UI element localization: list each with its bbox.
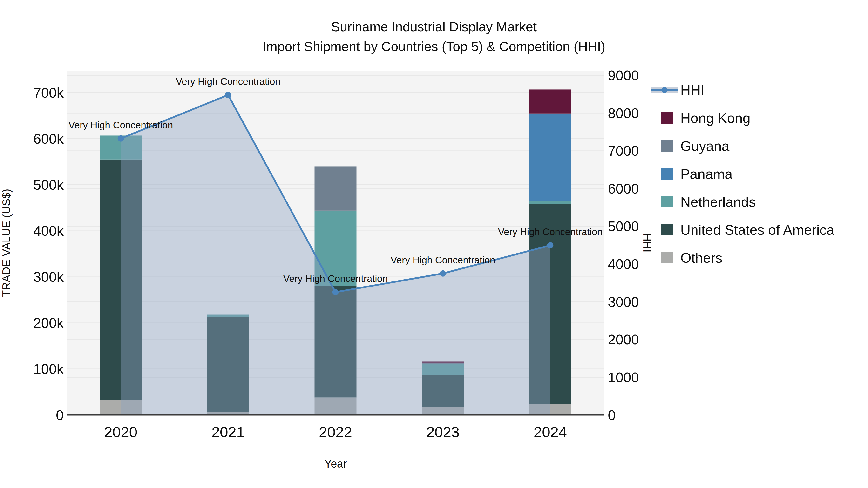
y-left-tick-600k: 600k (33, 131, 64, 147)
legend-label: Panama (680, 166, 733, 182)
hhi-marker-2021[interactable] (225, 92, 231, 98)
legend-item-panama[interactable]: Panama (661, 166, 733, 182)
legend-swatch-icon (661, 224, 673, 235)
y-left-tick-100k: 100k (33, 361, 64, 377)
legend-swatch-icon (661, 140, 673, 152)
legend-item-guyana[interactable]: Guyana (661, 138, 730, 154)
y-right-tick-1000: 1000 (608, 369, 639, 385)
annotation-2023: Very High Concentration (391, 255, 495, 265)
bar-segment-hong-kong-2024[interactable] (529, 89, 571, 113)
y-left-tick-0: 0 (56, 407, 64, 423)
x-tick-labels: 20202021202220232024 (104, 424, 567, 440)
x-tick-2023: 2023 (426, 424, 460, 440)
legend-label: Others (680, 250, 722, 266)
annotation-2024: Very High Concentration (498, 227, 603, 237)
legend-item-united-states-of-america[interactable]: United States of America (661, 222, 835, 238)
x-tick-2020: 2020 (104, 424, 137, 440)
y-right-tick-0: 0 (608, 407, 616, 423)
legend-item-hong-kong[interactable]: Hong Kong (661, 110, 750, 126)
legend-swatch-icon (661, 252, 673, 263)
legend-hhi-marker-icon (661, 87, 668, 93)
y-right-tick-4000: 4000 (608, 256, 639, 272)
y-right-tick-3000: 3000 (608, 294, 639, 310)
hhi-marker-2023[interactable] (440, 270, 446, 276)
legend-label: Hong Kong (680, 110, 750, 126)
legend-item-hhi[interactable]: HHI (651, 82, 705, 98)
legend-label: United States of America (680, 222, 835, 238)
y-right-tick-8000: 8000 (608, 105, 639, 121)
legend-item-netherlands[interactable]: Netherlands (661, 194, 756, 210)
legend: HHIHong KongGuyanaPanamaNetherlandsUnite… (651, 82, 835, 266)
legend-label: Guyana (680, 138, 730, 154)
bar-segment-panama-2024[interactable] (529, 113, 571, 201)
y-right-tick-7000: 7000 (608, 143, 639, 159)
chart-title-line1: Suriname Industrial Display Market (331, 19, 537, 34)
y-right-tick-2000: 2000 (608, 332, 639, 347)
hhi-marker-2020[interactable] (118, 135, 124, 142)
y-left-tick-500k: 500k (33, 177, 64, 193)
y-right-axis-title: HHI (641, 233, 653, 252)
legend-swatch-icon (661, 196, 673, 207)
legend-swatch-icon (661, 112, 673, 124)
legend-swatch-icon (661, 168, 673, 180)
y-left-tick-400k: 400k (33, 223, 64, 238)
chart-figure: Very High ConcentrationVery High Concent… (0, 0, 868, 488)
y-left-axis-title: TRADE VALUE (US$) (0, 189, 12, 297)
chart-title-line2: Import Shipment by Countries (Top 5) & C… (262, 39, 605, 54)
x-axis-title: Year (324, 457, 347, 470)
x-tick-2022: 2022 (319, 424, 352, 440)
annotation-2021: Very High Concentration (176, 76, 280, 87)
hhi-marker-2022[interactable] (333, 289, 339, 295)
hhi-marker-2024[interactable] (547, 242, 553, 249)
annotation-2020: Very High Concentration (68, 120, 173, 130)
legend-label: HHI (680, 82, 705, 98)
legend-label: Netherlands (680, 194, 756, 210)
annotation-2022: Very High Concentration (283, 273, 388, 284)
bar-segment-netherlands-2024[interactable] (529, 201, 571, 204)
y-left-tick-labels: 0100k200k300k400k500k600k700k (33, 85, 64, 423)
y-left-tick-300k: 300k (33, 269, 64, 285)
y-right-tick-labels: 0100020003000400050006000700080009000 (608, 67, 639, 423)
legend-item-others[interactable]: Others (661, 250, 722, 266)
x-tick-2021: 2021 (212, 424, 245, 440)
y-right-tick-6000: 6000 (608, 181, 639, 196)
chart-canvas: Very High ConcentrationVery High Concent… (0, 0, 868, 488)
y-left-tick-200k: 200k (33, 315, 64, 331)
y-right-tick-9000: 9000 (608, 67, 639, 83)
y-left-tick-700k: 700k (33, 85, 64, 100)
y-right-tick-5000: 5000 (608, 218, 639, 234)
x-tick-2024: 2024 (534, 424, 567, 440)
bar-segment-guyana-2022[interactable] (315, 166, 356, 210)
